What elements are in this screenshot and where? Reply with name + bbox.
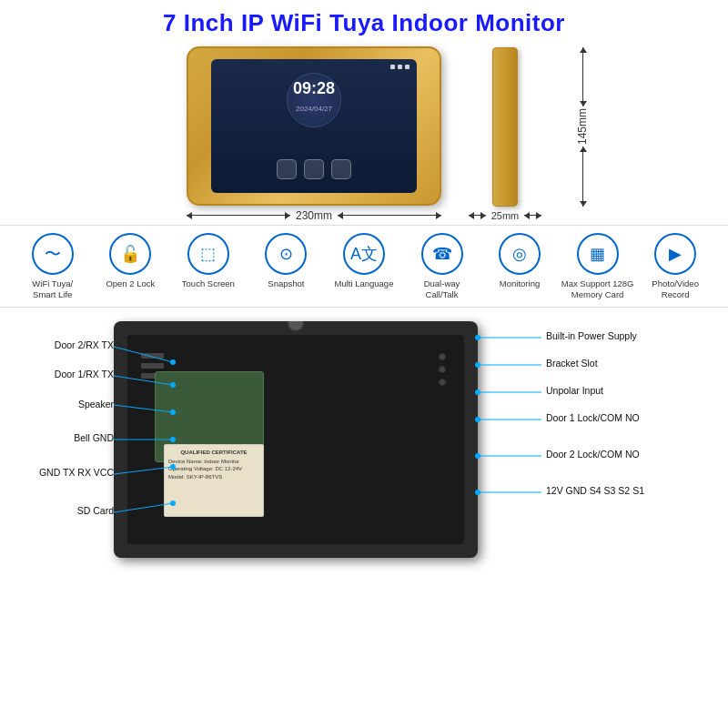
feature-item-memory: ▦Max Support 128G Memory Card — [561, 233, 634, 301]
depth-dimension: 25mm — [469, 210, 541, 221]
side-device-wrap: 145mm 25mm — [469, 47, 541, 221]
ann-door1-lock: Door 1 Lock/COM NO — [546, 412, 640, 423]
ann-unpolar-input: Unpolar Input — [546, 385, 603, 396]
app-icon-3 — [331, 159, 351, 179]
back-panel-section: QUALIFIED CERTIFICATE Device Name: Indoo… — [14, 312, 714, 612]
height-dim-line-2 — [582, 147, 583, 207]
feature-label-dual-way: Dual-way Call/Talk — [424, 278, 460, 301]
panel-slot-2 — [141, 363, 164, 369]
page-title: 7 Inch IP WiFi Tuya Indoor Monitor — [9, 9, 719, 37]
ann-door2-lock: Door 2 Lock/COM NO — [546, 449, 640, 460]
ann-gnd-tx-rx-vcc: GND TX RX VCC — [39, 467, 114, 478]
side-device — [492, 47, 518, 207]
ann-built-in-power: Built-in Power Supply — [546, 330, 637, 341]
feature-label-snapshot: Snapshot — [268, 278, 304, 289]
feature-item-open-lock: 🔓Open 2 Lock — [94, 233, 167, 289]
product-images-section: 09:28 2024/04/27 230mm 145mm 25mm — [0, 43, 728, 225]
app-icon-2 — [304, 159, 324, 179]
feature-item-touch-screen: ⬚Touch Screen — [172, 233, 245, 289]
screen-app-icons — [277, 159, 351, 179]
ann-12v-gnd: 12V GND S4 S3 S2 S1 — [546, 485, 644, 496]
feature-icon-memory: ▦ — [577, 233, 619, 275]
front-device-wrap: 09:28 2024/04/27 230mm — [187, 46, 441, 222]
feature-item-dual-way: ☎Dual-way Call/Talk — [406, 233, 479, 301]
feature-icon-touch-screen: ⬚ — [187, 233, 229, 275]
back-panel-device: QUALIFIED CERTIFICATE Device Name: Indoo… — [114, 321, 478, 558]
height-dim-line — [582, 47, 583, 107]
back-panel-inner: QUALIFIED CERTIFICATE Device Name: Indoo… — [127, 335, 464, 544]
front-device: 09:28 2024/04/27 — [187, 46, 441, 206]
panel-hole-1 — [439, 353, 446, 360]
feature-icon-monitoring: ◎ — [499, 233, 541, 275]
feature-label-multi-lang: Multi Language — [334, 278, 393, 289]
width-dim-line-2 — [338, 215, 441, 216]
title-section: 7 Inch IP WiFi Tuya Indoor Monitor — [0, 0, 728, 43]
screen-status-bar — [390, 65, 410, 69]
ann-door2-rx-tx: Door 2/RX TX — [55, 339, 114, 350]
feature-item-multi-lang: A文Multi Language — [328, 233, 400, 289]
depth-dim-line-l — [469, 215, 486, 216]
screen-date: 2024/04/27 — [296, 105, 332, 113]
ann-bell-gnd: Bell GND — [74, 432, 114, 443]
width-dimension: 230mm — [187, 209, 441, 222]
app-icon-1 — [277, 159, 297, 179]
feature-label-wifi-tuya: WiFi Tuya/ Smart Life — [32, 278, 73, 301]
screen-time: 09:28 — [293, 79, 335, 98]
cable-plug — [287, 321, 305, 332]
ann-door1-rx-tx: Door 1/RX TX — [55, 369, 114, 379]
depth-dim-line-r — [524, 215, 541, 216]
depth-dim-text: 25mm — [486, 210, 525, 221]
cert-title: QUALIFIED CERTIFICATE — [168, 449, 259, 456]
features-section: 〜WiFi Tuya/ Smart Life🔓Open 2 Lock⬚Touch… — [0, 225, 728, 308]
height-dim-text: 145mm — [576, 106, 589, 147]
feature-label-photo-video: Photo/Video Record — [652, 278, 699, 301]
signal-status-icon — [398, 65, 402, 69]
panel-slot-1 — [141, 353, 164, 359]
feature-item-wifi-tuya: 〜WiFi Tuya/ Smart Life — [16, 233, 89, 301]
feature-label-monitoring: Monitoring — [500, 278, 540, 289]
cert-voltage: Operating Voltage: DC 12-24V — [168, 465, 259, 472]
feature-item-monitoring: ◎Monitoring — [483, 233, 556, 289]
panel-hole-2 — [439, 366, 446, 373]
ann-sd-card: SD Card — [77, 505, 114, 516]
feature-label-memory: Max Support 128G Memory Card — [561, 278, 634, 301]
ann-speaker: Speaker — [78, 399, 114, 410]
feature-icon-dual-way: ☎ — [421, 233, 463, 275]
feature-label-touch-screen: Touch Screen — [182, 278, 235, 289]
cert-model: Model: SKY-IP-86TVS — [168, 473, 259, 480]
width-dim-text: 230mm — [290, 209, 338, 222]
battery-status-icon — [405, 65, 410, 69]
feature-icon-open-lock: 🔓 — [109, 233, 151, 275]
feature-icon-photo-video: ▶ — [654, 233, 696, 275]
width-dim-line — [187, 215, 290, 216]
feature-icon-wifi-tuya: 〜 — [32, 233, 74, 275]
device-screen: 09:28 2024/04/27 — [211, 59, 417, 193]
feature-label-open-lock: Open 2 Lock — [106, 278, 155, 289]
panel-hole-3 — [439, 379, 446, 386]
feature-item-photo-video: ▶Photo/Video Record — [639, 233, 712, 301]
cert-card: QUALIFIED CERTIFICATE Device Name: Indoo… — [164, 444, 264, 517]
feature-icon-snapshot: ⊙ — [265, 233, 307, 275]
cert-device-name: Device Name: Indoor Monitor — [168, 458, 259, 465]
ann-bracket-slot: Bracket Slot — [546, 358, 598, 369]
panel-holes — [439, 353, 446, 386]
feature-icon-multi-lang: A文 — [343, 233, 385, 275]
wifi-status-icon — [390, 65, 395, 69]
feature-item-snapshot: ⊙Snapshot — [249, 233, 322, 289]
